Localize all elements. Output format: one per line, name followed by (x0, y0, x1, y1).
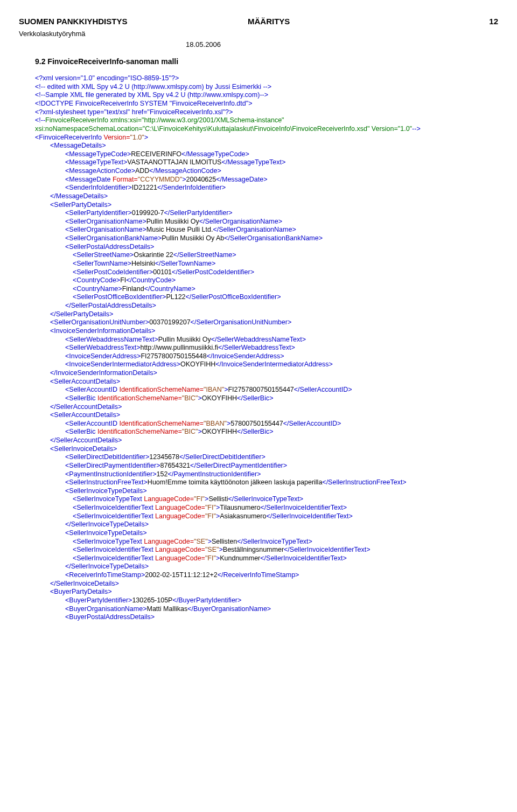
page-header: SUOMEN PANKKIYHDISTYS MÄÄRITYS 12 (19, 16, 498, 27)
xml-decl: <?xml version="1.0" encoding="ISO-8859-1… (35, 74, 179, 82)
section-title: 9.2 FinvoiceReceiverInfo-sanoman malli (35, 57, 498, 67)
org-name: SUOMEN PANKKIYHDISTYS (19, 16, 248, 27)
subgroup: Verkkolaskutyöryhmä (19, 29, 498, 39)
page-number: 12 (477, 16, 498, 27)
doc-date: 18.05.2006 (186, 40, 498, 50)
doc-type: MÄÄRITYS (248, 16, 477, 27)
xml-sample: <?xml version="1.0" encoding="ISO-8859-1… (35, 74, 498, 622)
